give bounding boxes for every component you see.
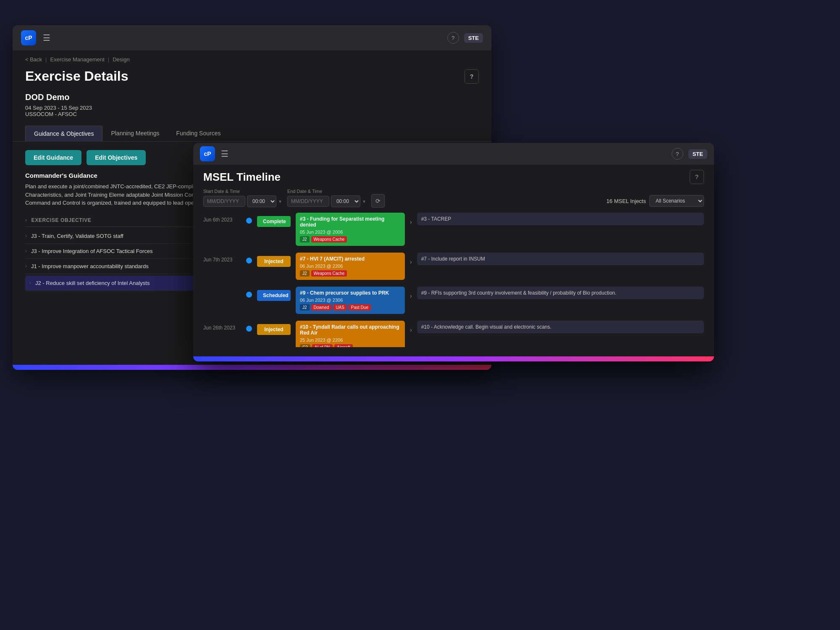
end-date-label: End Date & Time [287, 189, 366, 194]
event-card-date-3: 25 Jun 2023 @ 2206 [300, 337, 401, 343]
exercise-dates: 04 Sep 2023 - 15 Sep 2023 [25, 105, 479, 111]
event-tags-2: J2 Downed UAS Past Due [300, 304, 401, 311]
refresh-button[interactable]: ⟳ [371, 194, 385, 208]
event-card-title-3: #10 - Tyndall Radar calls out approachin… [300, 324, 401, 336]
edit-objectives-button[interactable]: Edit Objectives [87, 150, 146, 165]
start-date-label: Start Date & Time [203, 189, 282, 194]
injects-count-text: 16 MSEL Injects [606, 198, 646, 204]
breadcrumb-back[interactable]: < Back [25, 56, 42, 63]
chevron-icon-3: › [29, 280, 31, 286]
timeline-body: Jun 6th 2023 Complete #3 - Funding for S… [193, 213, 714, 347]
timeline-dot-2 [246, 292, 252, 298]
page-help-button[interactable]: ? [465, 69, 479, 84]
event-tag-aipn-3: AI of PN [312, 344, 333, 347]
tab-funding-sources[interactable]: Funding Sources [168, 126, 229, 142]
bg-help-button[interactable]: ? [447, 32, 459, 44]
event-tag-downed-2: Downed [311, 304, 332, 311]
edit-guidance-button[interactable]: Edit Guidance [25, 150, 81, 165]
event-card-date-2: 06 Jun 2023 @ 2306 [300, 298, 401, 303]
objective-label-1: J3 - Improve Integration of AFSOC Tactic… [31, 248, 153, 254]
timeline-row-1: Jun 7th 2023 Injected #7 - HVI 7 (AMCIT)… [203, 253, 704, 280]
scenario-select[interactable]: All Scenarios Scenario A Scenario B [649, 195, 704, 207]
fg-hamburger-icon[interactable]: ☰ [221, 149, 228, 159]
secondary-title-2: #9 - RFIs supporting 3rd country involve… [421, 290, 617, 296]
event-card-0[interactable]: #3 - Funding for Separatist meeting deni… [296, 213, 405, 246]
timeline-dot-0 [246, 218, 252, 224]
exercise-info: DOD Demo 04 Sep 2023 - 15 Sep 2023 USSOC… [13, 92, 491, 126]
fg-ste-badge: STE [688, 149, 707, 159]
event-tag-j2-2: J2 [300, 304, 310, 311]
event-card-title-1: #7 - HVI 7 (AMCIT) arrested [300, 256, 401, 262]
fg-bottom-bar [193, 356, 714, 361]
timeline-date-0: Jun 6th 2023 [203, 213, 241, 223]
secondary-card-3[interactable]: #10 - Acknowledge call. Begin visual and… [417, 321, 704, 333]
breadcrumb-sep1: | [45, 56, 47, 63]
event-chevron-2[interactable]: › [410, 287, 412, 299]
bg-bottom-bar [13, 365, 491, 370]
bg-hamburger-icon[interactable]: ☰ [43, 33, 50, 43]
event-tag-weapons-0: Weapons Cache [311, 236, 347, 243]
event-chevron-0[interactable]: › [410, 213, 412, 225]
breadcrumb: < Back | Exercise Management | Design [13, 50, 491, 69]
end-date-group: End Date & Time 00:00 ▼ [287, 189, 366, 207]
secondary-card-0[interactable]: #3 - TACREP [417, 213, 704, 225]
event-tag-j2-0: J2 [300, 236, 310, 243]
event-tag-j2-1: J2 [300, 270, 310, 277]
msel-timeline-window: cP ☰ ? STE MSEL Timeline ? Start Date & … [193, 143, 714, 361]
timeline-dot-3 [246, 326, 252, 332]
filter-row: Start Date & Time 00:00 ▼ End Date & Tim… [193, 188, 714, 213]
secondary-card-1[interactable]: #7 - Include report in INSUM [417, 253, 704, 265]
fg-help-button[interactable]: ? [672, 148, 683, 160]
status-badge-3: Injected [257, 324, 291, 335]
event-card-date-1: 06 Jun 2023 @ 2206 [300, 264, 401, 269]
chevron-icon-2: › [25, 263, 27, 269]
start-time-select[interactable]: 00:00 [247, 195, 276, 207]
event-chevron-1[interactable]: › [410, 253, 412, 265]
fg-topbar: cP ☰ ? STE [193, 143, 714, 165]
end-time-select[interactable]: 00:00 [331, 195, 360, 207]
bg-topbar: cP ☰ ? STE [13, 25, 491, 50]
msel-title: MSEL Timeline [203, 171, 281, 184]
breadcrumb-exercise-management[interactable]: Exercise Management [50, 56, 105, 63]
timeline-row-2: Scheduled #9 - Chem precursor supplies t… [203, 287, 704, 314]
exercise-name: DOD Demo [25, 92, 479, 102]
page-title-text: Exercise Details [25, 69, 129, 84]
bg-logo[interactable]: cP [21, 30, 36, 45]
timeline-row-3: Jun 26th 2023 Injected #10 - Tyndall Rad… [203, 321, 704, 347]
secondary-title-0: #3 - TACREP [421, 216, 452, 222]
exercise-org: USSOCOM - AFSOC [25, 111, 479, 117]
event-tag-pastdue-2: Past Due [349, 304, 371, 311]
event-card-2[interactable]: #9 - Chem precursor supplies to PRK 06 J… [296, 287, 405, 314]
objective-label-2: J1 - Improve manpower accountability sta… [31, 263, 149, 269]
event-card-1[interactable]: #7 - HVI 7 (AMCIT) arrested 06 Jun 2023 … [296, 253, 405, 280]
tab-guidance-objectives[interactable]: Guidance & Objectives [25, 126, 102, 142]
msel-title-bar: MSEL Timeline ? [193, 165, 714, 188]
secondary-card-2[interactable]: #9 - RFIs supporting 3rd country involve… [417, 287, 704, 299]
injects-count: 16 MSEL Injects All Scenarios Scenario A… [606, 195, 704, 207]
timeline-date-3: Jun 26th 2023 [203, 321, 241, 331]
page-title-row: Exercise Details ? [13, 69, 491, 92]
event-tags-1: J2 Weapons Cache [300, 270, 401, 277]
event-tags-3: C2 AI of PN Aircraft [300, 344, 401, 347]
chevron-icon-1: › [25, 248, 27, 254]
fg-logo[interactable]: cP [200, 146, 215, 161]
timeline-row-0: Jun 6th 2023 Complete #3 - Funding for S… [203, 213, 704, 246]
event-card-3[interactable]: #10 - Tyndall Radar calls out approachin… [296, 321, 405, 347]
event-card-title-0: #3 - Funding for Separatist meeting deni… [300, 216, 401, 228]
start-date-group: Start Date & Time 00:00 ▼ [203, 189, 282, 207]
end-date-input[interactable] [287, 196, 329, 207]
timeline-dot-1 [246, 258, 252, 264]
objective-label-3: J2 - Reduce skill set deficiency of Inte… [35, 280, 150, 286]
chevron-icon-0: › [25, 233, 27, 239]
event-tag-uas-2: UAS [333, 304, 347, 311]
breadcrumb-sep2: | [108, 56, 109, 63]
msel-help-button[interactable]: ? [690, 170, 704, 184]
timeline-date-1: Jun 7th 2023 [203, 253, 241, 263]
event-tags-0: J2 Weapons Cache [300, 236, 401, 243]
tab-planning-meetings[interactable]: Planning Meetings [102, 126, 168, 142]
start-date-input[interactable] [203, 196, 245, 207]
event-card-date-0: 05 Jun 2023 @ 2006 [300, 229, 401, 235]
event-chevron-3[interactable]: › [410, 321, 412, 333]
breadcrumb-design[interactable]: Design [113, 56, 129, 63]
fg-topbar-right: ? STE [672, 148, 707, 160]
